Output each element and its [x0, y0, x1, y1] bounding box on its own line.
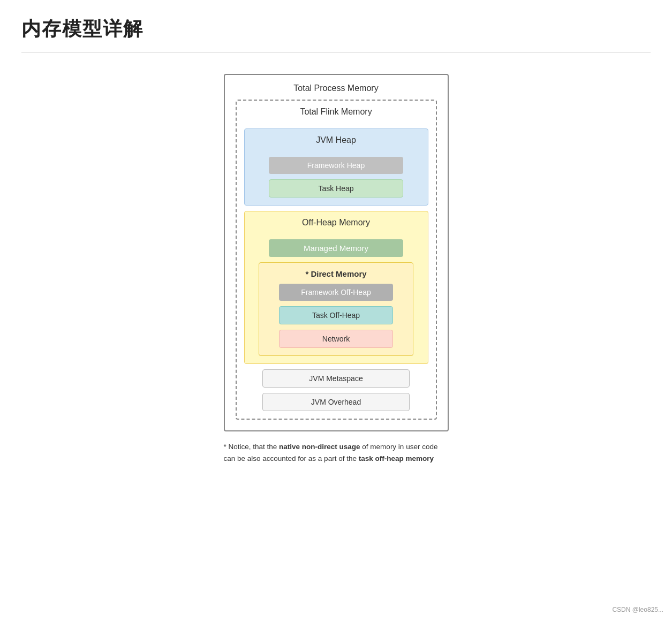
- total-process-memory-label: Total Process Memory: [293, 84, 378, 93]
- jvm-heap-box: JVM Heap Framework Heap Task Heap: [244, 128, 428, 206]
- page-title: 内存模型详解: [21, 16, 651, 42]
- diagram-wrapper: Total Process Memory Total Flink Memory …: [21, 74, 651, 464]
- title-divider: [21, 52, 651, 52]
- notice-text: * Notice, that the native non-direct usa…: [224, 441, 449, 464]
- total-flink-memory-box: Total Flink Memory JVM Heap Framework He…: [236, 100, 437, 420]
- jvm-metaspace-box: JVM Metaspace: [262, 369, 410, 388]
- task-heap-box: Task Heap: [269, 179, 403, 198]
- direct-memory-box: * Direct Memory Framework Off-Heap Task …: [259, 262, 413, 356]
- total-process-memory-box: Total Process Memory Total Flink Memory …: [224, 74, 449, 431]
- jvm-overhead-box: JVM Overhead: [262, 393, 410, 411]
- task-offheap-box: Task Off-Heap: [279, 306, 392, 324]
- framework-heap-box: Framework Heap: [269, 157, 403, 174]
- off-heap-memory-box: Off-Heap Memory Managed Memory * Direct …: [244, 211, 428, 364]
- total-flink-memory-label: Total Flink Memory: [300, 107, 372, 117]
- jvm-heap-label: JVM Heap: [316, 135, 356, 145]
- csdn-badge: CSDN @leo825...: [612, 606, 663, 613]
- direct-memory-label: * Direct Memory: [305, 269, 366, 278]
- framework-offheap-box: Framework Off-Heap: [279, 284, 392, 301]
- network-box: Network: [279, 330, 392, 348]
- off-heap-memory-label: Off-Heap Memory: [302, 218, 370, 227]
- managed-memory-box: Managed Memory: [269, 239, 403, 257]
